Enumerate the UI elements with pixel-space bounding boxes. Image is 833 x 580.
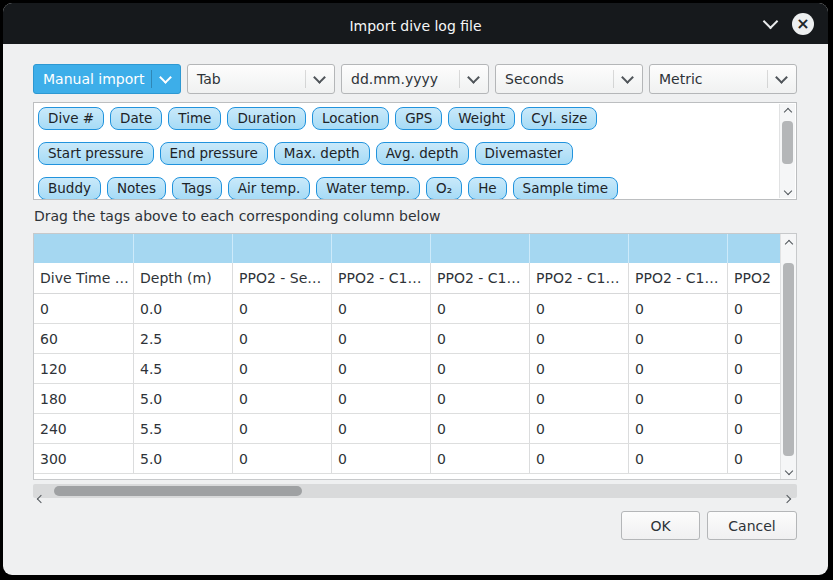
table-cell: 0 — [629, 324, 728, 353]
scroll-down-icon[interactable] — [780, 188, 795, 194]
table-cell: 0 — [332, 444, 431, 473]
drag-tag[interactable]: Weight — [448, 107, 515, 130]
drag-tag[interactable]: Cyl. size — [521, 107, 597, 130]
date-format-combobox[interactable]: dd.mm.yyyy — [341, 64, 489, 94]
drop-target-cell[interactable] — [34, 234, 134, 263]
drag-tag[interactable]: Time — [168, 107, 221, 130]
table-cell: 0 — [431, 324, 530, 353]
table-cell: 60 — [34, 324, 134, 353]
tag-scrollbar[interactable] — [779, 104, 795, 198]
drop-target-cell[interactable] — [233, 234, 332, 263]
drag-tag[interactable]: Start pressure — [38, 142, 154, 165]
table-cell: 0 — [530, 354, 629, 383]
field-separator-combobox[interactable]: Tab — [187, 64, 335, 94]
drag-tag[interactable]: Duration — [227, 107, 306, 130]
chevron-down-icon[interactable] — [765, 12, 776, 31]
table-cell: 0 — [332, 324, 431, 353]
drag-tag[interactable]: Air temp. — [228, 177, 310, 199]
table-cell: 0 — [332, 294, 431, 323]
drag-tag[interactable]: Water temp. — [316, 177, 420, 199]
drop-target-cell[interactable] — [629, 234, 728, 263]
drop-target-cell[interactable] — [332, 234, 431, 263]
drag-tag[interactable]: GPS — [395, 107, 442, 130]
drag-tag[interactable]: Buddy — [38, 177, 101, 199]
close-icon: × — [796, 16, 809, 32]
table-cell: 0 — [728, 444, 781, 473]
scroll-up-icon[interactable] — [780, 109, 795, 115]
table-cell: 0 — [332, 414, 431, 443]
column-header-cell: PPO2 — [728, 263, 781, 293]
table-cell: 2.5 — [134, 324, 233, 353]
combobox-value: Tab — [197, 71, 221, 87]
time-format-combobox[interactable]: Seconds — [495, 64, 643, 94]
table-cell: 0 — [431, 294, 530, 323]
drop-target-cell[interactable] — [431, 234, 530, 263]
table-cell: 0 — [332, 384, 431, 413]
scrollbar-thumb[interactable] — [782, 121, 793, 164]
table-cell: 5.0 — [134, 384, 233, 413]
table-cell: 0.0 — [134, 294, 233, 323]
table-cell: 0 — [233, 324, 332, 353]
table-cell: 0 — [629, 444, 728, 473]
table-cell: 0 — [233, 384, 332, 413]
drag-tag[interactable]: Tags — [172, 177, 222, 199]
table-cell: 0 — [233, 414, 332, 443]
column-header-cell: Depth (m) — [134, 263, 233, 293]
table-row: 0 0.0 0 0 0 0 0 0 — [34, 294, 781, 324]
units-combobox[interactable]: Metric — [649, 64, 797, 94]
column-header-cell: PPO2 - Se… — [233, 263, 332, 293]
drag-tag[interactable]: He — [468, 177, 506, 199]
table-cell: 0 — [332, 354, 431, 383]
drag-tag[interactable]: End pressure — [160, 142, 268, 165]
table-cell: 0 — [629, 414, 728, 443]
table-cell: 5.0 — [134, 444, 233, 473]
chevron-down-icon — [468, 73, 479, 82]
table-cell: 0 — [728, 354, 781, 383]
drag-tag[interactable]: Dive # — [38, 107, 104, 130]
drop-target-cell[interactable] — [728, 234, 781, 263]
table-row: 60 2.5 0 0 0 0 0 0 — [34, 324, 781, 354]
table-cell: 0 — [530, 294, 629, 323]
drag-tag[interactable]: Max. depth — [274, 142, 370, 165]
drop-target-cell[interactable] — [134, 234, 233, 263]
drag-tag[interactable]: Notes — [107, 177, 166, 199]
tag-list: Dive # Date Time Duration Location GPS W… — [38, 107, 777, 199]
column-header-cell: PPO2 - C1… — [530, 263, 629, 293]
table-cell: 0 — [530, 444, 629, 473]
table-hscrollbar[interactable] — [33, 484, 797, 498]
combobox-value: Seconds — [505, 71, 564, 87]
combobox-divider — [459, 70, 460, 87]
combobox-divider — [767, 70, 768, 87]
drag-tag[interactable]: Date — [110, 107, 162, 130]
combobox-divider — [305, 70, 306, 87]
chevron-down-icon — [622, 73, 633, 82]
combobox-value: dd.mm.yyyy — [351, 71, 438, 87]
table-row: 240 5.5 0 0 0 0 0 0 — [34, 414, 781, 444]
scrollbar-thumb[interactable] — [783, 263, 794, 456]
drag-tag[interactable]: Divemaster — [475, 142, 573, 165]
ok-button[interactable]: OK — [621, 511, 700, 540]
close-button[interactable]: × — [792, 13, 814, 35]
drag-tag[interactable]: Sample time — [513, 177, 618, 199]
scroll-right-icon[interactable] — [784, 487, 790, 506]
table-cell: 0 — [233, 294, 332, 323]
drop-target-cell[interactable] — [530, 234, 629, 263]
table-cell: 0 — [431, 444, 530, 473]
import-dialog-window: Import dive log file × Manual import Tab… — [3, 3, 828, 575]
drop-target-row — [34, 234, 781, 263]
import-type-combobox[interactable]: Manual import — [33, 64, 181, 94]
column-header-cell: PPO2 - C1… — [332, 263, 431, 293]
scroll-up-icon[interactable] — [781, 241, 796, 247]
scrollbar-thumb[interactable] — [54, 486, 302, 496]
drag-tag[interactable]: Avg. depth — [376, 142, 469, 165]
table-cell: 0 — [233, 444, 332, 473]
table-vscrollbar[interactable] — [780, 234, 796, 479]
table-cell: 120 — [34, 354, 134, 383]
chevron-down-icon — [160, 73, 171, 82]
scroll-left-icon[interactable] — [38, 487, 44, 506]
scroll-down-icon[interactable] — [781, 468, 796, 474]
table-cell: 0 — [431, 354, 530, 383]
drag-tag[interactable]: O₂ — [426, 177, 462, 199]
cancel-button[interactable]: Cancel — [707, 511, 797, 540]
drag-tag[interactable]: Location — [312, 107, 389, 130]
